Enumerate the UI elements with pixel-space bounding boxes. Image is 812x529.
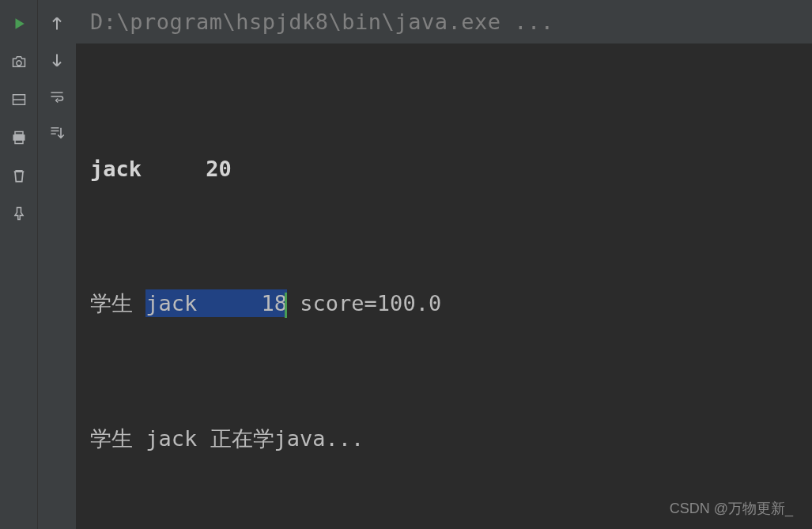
console-panel: D:\program\hspjdk8\bin\java.exe ... jack… (76, 0, 812, 529)
text-selection: jack 18 (145, 289, 287, 317)
layout-icon[interactable] (9, 90, 28, 109)
output-line: 学生 jack 正在学java... (90, 417, 798, 462)
trash-icon[interactable] (9, 166, 28, 185)
pin-icon[interactable] (9, 204, 28, 223)
output-line: 学生 jack 18 score=100.0 (90, 282, 798, 327)
arrow-down-icon[interactable] (47, 51, 66, 70)
run-icon[interactable] (9, 14, 28, 33)
text-cursor (285, 293, 287, 318)
console-command-header: D:\program\hspjdk8\bin\java.exe ... (76, 0, 812, 43)
scroll-to-end-icon[interactable] (47, 123, 66, 142)
wrap-icon[interactable] (47, 87, 66, 106)
svg-rect-2 (15, 132, 23, 135)
secondary-toolbar (38, 0, 76, 529)
print-icon[interactable] (9, 128, 28, 147)
arrow-up-icon[interactable] (47, 14, 66, 33)
camera-icon[interactable] (9, 52, 28, 71)
ide-container: D:\program\hspjdk8\bin\java.exe ... jack… (0, 0, 812, 529)
watermark: CSDN @万物更新_ (670, 499, 793, 518)
primary-toolbar (0, 0, 38, 529)
console-output[interactable]: jack 20 学生 jack 18 score=100.0 学生 jack 正… (76, 43, 812, 529)
output-line: jack 20 (90, 147, 798, 192)
